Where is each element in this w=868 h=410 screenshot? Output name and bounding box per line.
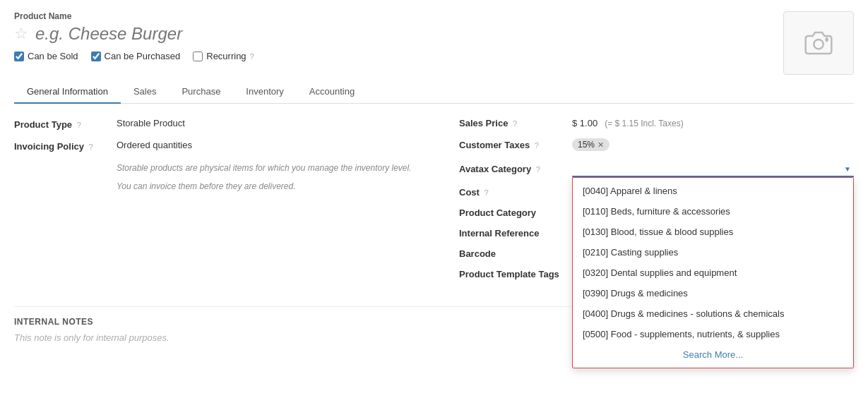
internal-reference-label: Internal Reference (459, 228, 572, 239)
invoicing-policy-label: Invoicing Policy ? (14, 140, 117, 152)
search-more-link[interactable]: Search More... (573, 344, 853, 365)
invoicing-policy-field-row: Invoicing Policy ? Ordered quantities (14, 140, 438, 152)
tabs-bar: General Information Sales Purchase Inven… (14, 80, 854, 104)
tax-badge: 15% ✕ (572, 138, 610, 151)
sales-price-help-icon[interactable]: ? (513, 119, 517, 128)
checkboxes-row: Can be Sold Can be Purchased Recurring ? (14, 51, 783, 61)
tab-general-information[interactable]: General Information (14, 80, 121, 104)
can-be-purchased-label: Can be Purchased (105, 51, 181, 61)
product-type-label: Product Type ? (14, 118, 117, 130)
recurring-checkbox-item[interactable]: Recurring ? (193, 51, 254, 61)
product-name-row: ☆ (14, 24, 783, 44)
product-template-tags-label: Product Template Tags (459, 269, 572, 279)
customer-taxes-help-icon[interactable]: ? (535, 141, 539, 150)
camera-icon (804, 29, 833, 57)
invoicing-policy-value[interactable]: Ordered quantities (117, 140, 192, 150)
product-type-value[interactable]: Storable Product (117, 118, 185, 128)
avatax-dropdown-panel: [0040] Apparel & linens [0110] Beds, fur… (572, 177, 854, 368)
customer-taxes-label: Customer Taxes ? (459, 140, 572, 150)
cost-help-icon[interactable]: ? (484, 188, 489, 197)
recurring-help-icon[interactable]: ? (250, 52, 254, 61)
avatax-input-wrapper: ▼ (572, 161, 854, 177)
dropdown-item-0320[interactable]: [0320] Dental supplies and equipment (573, 263, 853, 283)
can-be-purchased-checkbox-item[interactable]: Can be Purchased (91, 51, 181, 61)
tab-inventory[interactable]: Inventory (233, 80, 296, 104)
tax-badge-value: 15% (578, 140, 595, 150)
product-type-description-2: You can invoice them before they are del… (117, 180, 438, 193)
header-left: Product Name ☆ Can be Sold Can be Purcha… (14, 11, 783, 70)
cost-label: Cost ? (459, 187, 572, 198)
recurring-checkbox[interactable] (193, 52, 203, 61)
can-be-sold-checkbox-item[interactable]: Can be Sold (14, 51, 78, 61)
product-type-help-icon[interactable]: ? (77, 121, 81, 129)
avatax-category-row: Avatax Category ? ▼ [0040] Apparel & lin… (459, 161, 854, 177)
dropdown-item-0210[interactable]: [0210] Casting supplies (573, 242, 853, 263)
sales-price-value[interactable]: $ 1.00 (572, 118, 598, 128)
tab-purchase[interactable]: Purchase (169, 80, 233, 104)
content-area: Product Type ? Storable Product Invoicin… (14, 118, 854, 289)
product-name-label: Product Name (14, 11, 783, 21)
dropdown-item-0400[interactable]: [0400] Drugs & medicines - solutions & c… (573, 303, 853, 324)
can-be-sold-label: Can be Sold (28, 51, 78, 61)
tab-accounting[interactable]: Accounting (297, 80, 367, 104)
dropdown-item-0110[interactable]: [0110] Beds, furniture & accessories (573, 201, 853, 222)
sales-price-label: Sales Price ? (459, 118, 572, 128)
dropdown-item-0500[interactable]: [0500] Food - supplements, nutrients, & … (573, 324, 853, 344)
recurring-label: Recurring (206, 51, 246, 61)
left-column: Product Type ? Storable Product Invoicin… (14, 118, 459, 289)
can-be-sold-checkbox[interactable] (14, 52, 24, 61)
svg-point-0 (814, 40, 823, 49)
right-column: Sales Price ? $ 1.00 (= $ 1.15 Incl. Tax… (459, 118, 854, 289)
tab-sales[interactable]: Sales (121, 80, 170, 104)
can-be-purchased-checkbox[interactable] (91, 52, 101, 61)
dropdown-item-0040[interactable]: [0040] Apparel & linens (573, 181, 853, 201)
dropdown-item-0390[interactable]: [0390] Drugs & medicines (573, 283, 853, 303)
page-wrapper: Product Name ☆ Can be Sold Can be Purcha… (0, 0, 868, 410)
star-icon[interactable]: ☆ (14, 25, 28, 43)
dropdown-item-0130[interactable]: [0130] Blood, tissue & blood supplies (573, 222, 853, 242)
incl-taxes-text: (= $ 1.15 Incl. Taxes) (605, 119, 684, 128)
tax-badge-remove[interactable]: ✕ (598, 140, 604, 150)
avatax-category-label: Avatax Category ? (459, 164, 572, 174)
product-name-input[interactable] (35, 24, 783, 44)
customer-taxes-row: Customer Taxes ? 15% ✕ (459, 138, 854, 151)
product-type-description-1: Storable products are physical items for… (117, 162, 438, 174)
barcode-label: Barcode (459, 248, 572, 259)
invoicing-policy-help-icon[interactable]: ? (89, 143, 93, 151)
avatax-category-input[interactable] (572, 161, 854, 176)
dropdown-arrow-icon: ▼ (844, 164, 851, 172)
avatax-help-icon[interactable]: ? (536, 165, 540, 174)
product-category-label: Product Category (459, 207, 572, 218)
header-section: Product Name ☆ Can be Sold Can be Purcha… (14, 11, 854, 75)
sales-price-row: Sales Price ? $ 1.00 (= $ 1.15 Incl. Tax… (459, 118, 854, 128)
product-type-field-row: Product Type ? Storable Product (14, 118, 438, 130)
product-photo-placeholder[interactable] (783, 11, 854, 75)
